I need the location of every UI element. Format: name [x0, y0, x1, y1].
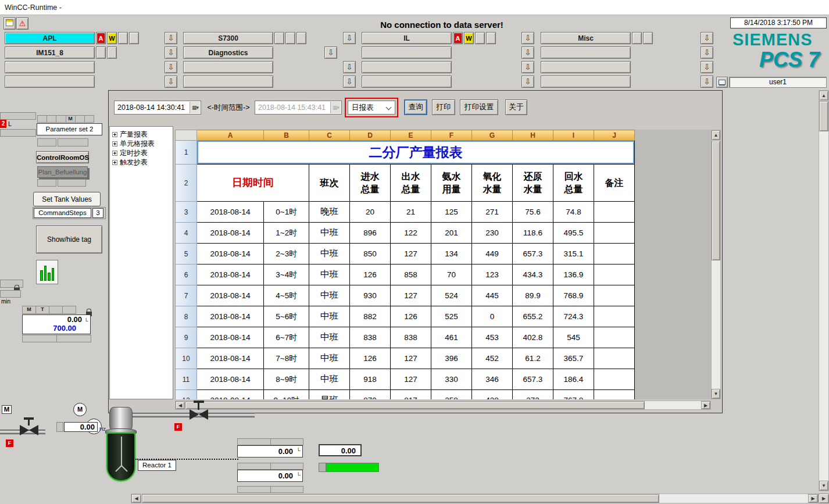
header-cell[interactable]: 氨水用量: [431, 165, 472, 202]
cell-value[interactable]: 127: [391, 348, 431, 369]
sheet-corner[interactable]: [176, 130, 197, 141]
report-type-select[interactable]: 日报表: [348, 101, 395, 115]
control-room-os-button[interactable]: ControlRoomOS: [36, 151, 89, 163]
nav-dropdown-arrow[interactable]: ⇩: [343, 32, 356, 44]
cell-value[interactable]: 858: [391, 264, 431, 285]
row-header[interactable]: 12: [176, 390, 197, 400]
tree-item-production-report[interactable]: 产量报表: [112, 130, 173, 139]
row-header[interactable]: 8: [176, 306, 197, 327]
nav-button-empty[interactable]: [5, 76, 95, 88]
cell-time[interactable]: 9~10时: [264, 390, 309, 400]
scroll-up-arrow[interactable]: ▲: [819, 91, 828, 101]
row-header[interactable]: 1: [176, 141, 197, 165]
motor-status-box[interactable]: M: [2, 405, 12, 414]
column-header[interactable]: F: [431, 130, 472, 141]
nav-dropdown-arrow[interactable]: ⇩: [701, 47, 713, 59]
cell-value[interactable]: 127: [391, 369, 431, 390]
main-vertical-scrollbar[interactable]: ▲ ▼: [819, 90, 829, 491]
cell-remark[interactable]: [594, 244, 635, 264]
valve-symbol[interactable]: [20, 425, 38, 435]
cell-value[interactable]: 134: [431, 244, 472, 264]
cell-value[interactable]: 452: [472, 348, 513, 369]
header-cell[interactable]: 班次: [309, 165, 350, 202]
cell-shift[interactable]: 中班: [309, 264, 350, 285]
motor-symbol[interactable]: M: [73, 403, 87, 416]
nav-dropdown-arrow[interactable]: ⇩: [165, 61, 177, 73]
nav-small-button[interactable]: [285, 32, 295, 44]
valve-symbol[interactable]: [190, 409, 208, 420]
cell-value[interactable]: 126: [350, 348, 391, 369]
nav-dropdown-arrow[interactable]: ⇩: [343, 61, 356, 73]
scroll-left-arrow[interactable]: ◀: [176, 401, 185, 409]
nav-small-button[interactable]: [129, 32, 139, 44]
cell-value[interactable]: 434.3: [513, 264, 553, 285]
nav-button-apl[interactable]: APL: [5, 32, 95, 44]
cell-date[interactable]: 2018-08-14: [197, 369, 264, 390]
row-header[interactable]: 11: [176, 369, 197, 390]
cell-value[interactable]: 930: [350, 285, 391, 306]
tree-expand-icon[interactable]: [112, 160, 117, 165]
plan-befuellung-button[interactable]: Plan_Befuellung: [37, 166, 88, 178]
cell-value[interactable]: 372: [513, 390, 553, 400]
cell-value[interactable]: 315.1: [553, 244, 594, 264]
cell-date[interactable]: 2018-08-14: [197, 202, 264, 223]
nav-dropdown-arrow[interactable]: ⇩: [521, 32, 534, 44]
cell-date[interactable]: 2018-08-14: [197, 348, 264, 369]
cell-shift[interactable]: 中班: [309, 306, 350, 327]
cell-time[interactable]: 6~7时: [264, 327, 309, 348]
row-header[interactable]: 4: [176, 223, 197, 244]
cell-shift[interactable]: 早班: [309, 390, 350, 400]
cell-value[interactable]: 402.8: [513, 327, 553, 348]
scrollbar-thumb[interactable]: [142, 494, 659, 503]
nav-button-empty[interactable]: [362, 61, 452, 73]
cell-value[interactable]: 127: [391, 285, 431, 306]
cell-value[interactable]: 271: [472, 202, 513, 223]
cell-value[interactable]: 657.3: [513, 244, 553, 264]
cell-value[interactable]: 453: [472, 327, 513, 348]
cell-shift[interactable]: 中班: [309, 285, 350, 306]
nav-small-button[interactable]: [643, 32, 653, 44]
cell-date[interactable]: 2018-08-14: [197, 285, 264, 306]
cell-value[interactable]: 767.8: [553, 390, 594, 400]
cell-value[interactable]: 724.3: [553, 306, 594, 327]
tree-item-cell-report[interactable]: 单元格报表: [112, 139, 173, 148]
cell-remark[interactable]: [594, 390, 635, 400]
cell-value[interactable]: 330: [431, 369, 472, 390]
apl-alarm-badge[interactable]: A: [96, 32, 106, 44]
cell-value[interactable]: 346: [472, 369, 513, 390]
cell-value[interactable]: 817: [391, 390, 431, 400]
cell-shift[interactable]: 晚班: [309, 202, 350, 223]
cell-value[interactable]: 122: [391, 223, 431, 244]
cell-value[interactable]: 545: [553, 327, 594, 348]
cell-value[interactable]: 768.9: [553, 285, 594, 306]
cell-value[interactable]: 74.8: [553, 202, 594, 223]
cell-value[interactable]: 838: [391, 327, 431, 348]
cell-date[interactable]: 2018-08-14: [197, 223, 264, 244]
nav-button-empty[interactable]: [541, 61, 631, 73]
nav-dropdown-arrow[interactable]: ⇩: [165, 76, 177, 88]
cell-date[interactable]: 2018-08-14: [197, 264, 264, 285]
cell-time[interactable]: 4~5时: [264, 285, 309, 306]
row-header[interactable]: 10: [176, 348, 197, 369]
il-alarm-badge[interactable]: A: [453, 32, 463, 44]
nav-button-il[interactable]: IL: [362, 32, 452, 44]
header-cell[interactable]: 备注: [594, 165, 635, 202]
cell-value[interactable]: 136.9: [553, 264, 594, 285]
cell-time[interactable]: 2~3时: [264, 244, 309, 264]
cell-value[interactable]: 524: [431, 285, 472, 306]
cell-value[interactable]: 127: [391, 244, 431, 264]
column-header[interactable]: B: [264, 130, 309, 141]
header-cell[interactable]: 回水总量: [553, 165, 594, 202]
cell-value[interactable]: 358: [431, 390, 472, 400]
nav-small-button[interactable]: [107, 47, 117, 59]
cell-value[interactable]: 495.5: [553, 223, 594, 244]
cell-remark[interactable]: [594, 327, 635, 348]
cell-value[interactable]: 396: [431, 348, 472, 369]
trend-faceplate-icon[interactable]: [36, 260, 58, 284]
window-picture-button[interactable]: [3, 17, 16, 30]
row-header[interactable]: 2: [176, 165, 197, 202]
nav-small-button[interactable]: [274, 32, 284, 44]
nav-button-empty[interactable]: [541, 76, 631, 88]
cell-date[interactable]: 2018-08-14: [197, 306, 264, 327]
cell-value[interactable]: 525: [431, 306, 472, 327]
